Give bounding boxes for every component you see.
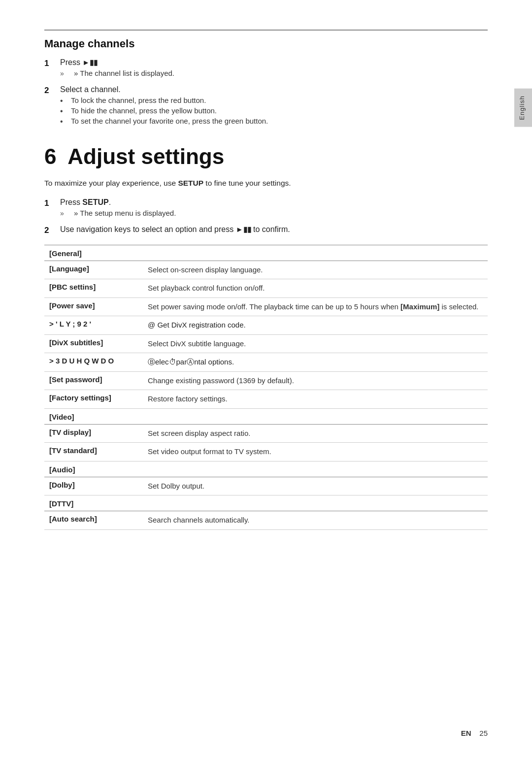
step-item-2: 2 Select a channel. • To lock the channe… [44,85,488,127]
factory-val: Restore factory settings. [143,390,488,409]
step-main-2: Select a channel. [60,85,488,94]
parental-special-key: > 3 D U H Q W D O [44,353,143,372]
adjust-step-content-1: Press SETUP. » » The setup menu is displ… [60,198,488,218]
language-key: [Language] [44,261,143,279]
tv-display-key: [TV display] [44,424,143,443]
pbc-val: Set playback control function on/off. [143,279,488,298]
step-main-1: Press ►▮▮ [60,58,488,67]
bullet-icon-2: • [60,106,71,116]
table-row-tv-standard: [TV standard] Set video output format to… [44,443,488,461]
adjust-step-number-1: 1 [44,198,60,208]
manage-channels-steps: 1 Press ►▮▮ » » The channel list is disp… [44,58,488,127]
setup-keyword-2: SETUP [82,198,108,206]
table-row-divx-reg: > ' L Y ; 9 2 ' @ Get DivX registration … [44,316,488,335]
bullet-1: • To lock the channel, press the red but… [60,96,488,105]
step-content-1: Press ►▮▮ » » The channel list is displa… [60,58,488,78]
auto-search-val: Search channels automatically. [143,511,488,530]
table-row-factory: [Factory settings] Restore factory setti… [44,390,488,409]
chapter-title-text: Adjust settings [67,144,224,168]
table-row-dttv-header: [DTTV] [44,495,488,511]
pbc-key: [PBC settins] [44,279,143,298]
step-item-1: 1 Press ►▮▮ » » The channel list is disp… [44,58,488,78]
sub-item-1: » » The channel list is displayed. [60,69,488,77]
bullet-icon-3: • [60,117,71,126]
table-row-parental-special: > 3 D U H Q W D O Ⓑelec⏱parⒶntal options… [44,353,488,372]
table-row-language: [Language] Select on-screen display lang… [44,261,488,279]
power-save-val: Set power saving mode on/off. The playba… [143,297,488,316]
table-row-set-password: [Set password] Change existing password … [44,371,488,390]
intro-text: To maximize your play experience, use SE… [44,177,488,189]
table-row-tv-display: [TV display] Set screen display aspect r… [44,424,488,443]
power-save-key: [Power save] [44,297,143,316]
dolby-key: [Dolby] [44,477,143,495]
manage-channels-title: Manage channels [44,37,488,50]
parental-special-val: Ⓑelec⏱parⒶntal options. [143,353,488,372]
bullet-text-3: To set the channel your favorite one, pr… [71,117,268,125]
play-pause-symbol-1: ►▮▮ [82,58,98,66]
tv-standard-val: Set video output format to TV system. [143,443,488,461]
tv-standard-key: [TV standard] [44,443,143,461]
audio-header-key: [Audio] [44,461,488,477]
table-row-auto-search: [Auto search] Search channels automatica… [44,511,488,530]
adjust-settings-section: 6 Adjust settings To maximize your play … [44,145,488,530]
bullet-text-1: To lock the channel, press the red butto… [71,96,206,104]
bullet-3: • To set the channel your favorite one, … [60,117,488,126]
adjust-step-main-1: Press SETUP. [60,198,488,207]
sidebar-label-text: English [518,96,526,120]
bullet-2: • To hide the channel, press the yellow … [60,106,488,116]
adjust-step-2: 2 Use navigation keys to select an optio… [44,225,488,236]
page-container: English Manage channels 1 Press ►▮▮ » » … [0,0,532,757]
table-row-pbc: [PBC settins] Set playback control funct… [44,279,488,298]
play-pause-symbol-2: ►▮▮ [236,225,251,233]
adjust-step-number-2: 2 [44,225,60,235]
sidebar-english-label: English [514,89,532,127]
divx-reg-key: > ' L Y ; 9 2 ' [44,316,143,335]
step-number-1: 1 [44,58,60,68]
adjust-sub-1: » » The setup menu is displayed. [60,209,488,217]
table-row-power-save: [Power save] Set power saving mode on/of… [44,297,488,316]
dttv-header-key: [DTTV] [44,495,488,511]
tv-display-val: Set screen display aspect ratio. [143,424,488,443]
table-row-video-header: [Video] [44,408,488,424]
adjust-steps: 1 Press SETUP. » » The setup menu is dis… [44,198,488,236]
step-number-2: 2 [44,85,60,96]
bullet-icon-1: • [60,96,71,105]
page-footer: EN 25 [461,729,488,737]
set-password-val: Change existing password (1369 by defaul… [143,371,488,390]
maximum-bold: [Maximum] [400,302,439,311]
video-header-key: [Video] [44,408,488,424]
bullet-text-2: To hide the channel, press the yellow bu… [71,106,217,115]
factory-key: [Factory settings] [44,390,143,409]
adjust-step-content-2: Use navigation keys to select an option … [60,225,488,236]
sub-text-1: » The channel list is displayed. [74,69,174,77]
set-password-key: [Set password] [44,371,143,390]
table-row-divx-sub: [DivX subtitles] Select DivX subtitle la… [44,334,488,353]
divx-reg-val: @ Get DivX registration code. [143,316,488,335]
chapter-number: 6 [44,144,56,168]
adjust-sub-arrow-1: » [60,209,74,217]
manage-channels-section: Manage channels 1 Press ►▮▮ » » The chan… [44,30,488,127]
auto-search-key: [Auto search] [44,511,143,530]
table-row-dolby: [Dolby] Set Dolby output. [44,477,488,495]
step-content-2: Select a channel. • To lock the channel,… [60,85,488,127]
footer-en-label: EN [461,729,471,737]
adjust-step-1: 1 Press SETUP. » » The setup menu is dis… [44,198,488,218]
adjust-step-main-2: Use navigation keys to select an option … [60,225,488,234]
chapter-title: 6 Adjust settings [44,145,488,168]
language-val: Select on-screen display language. [143,261,488,279]
dolby-val: Set Dolby output. [143,477,488,495]
setup-keyword: SETUP [178,179,203,187]
adjust-sub-text-1: » The setup menu is displayed. [74,209,176,217]
table-row-general-header: [General] [44,245,488,261]
settings-table-body: [General] [Language] Select on-screen di… [44,245,488,529]
general-header-key: [General] [44,245,488,261]
divx-sub-key: [DivX subtitles] [44,334,143,353]
sub-arrow-1: » [60,69,74,77]
settings-table: [General] [Language] Select on-screen di… [44,245,488,530]
footer-page-number: 25 [479,729,488,737]
divx-sub-val: Select DivX subtitle language. [143,334,488,353]
table-row-audio-header: [Audio] [44,461,488,477]
